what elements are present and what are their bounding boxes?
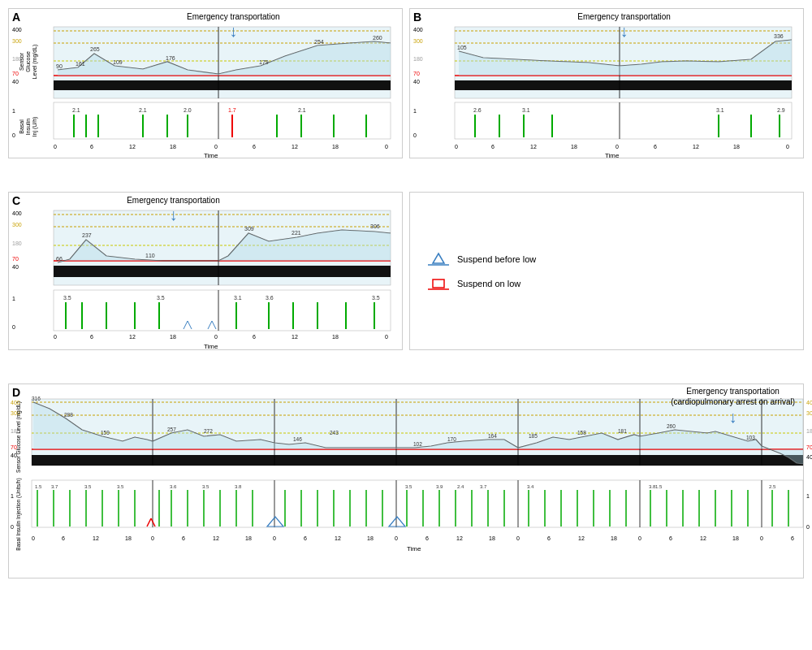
svg-text:159: 159 [101,430,110,436]
svg-text:2.4: 2.4 [457,484,464,489]
svg-text:0: 0 [615,144,619,150]
svg-text:Basal: Basal [19,119,24,134]
svg-text:1.5: 1.5 [35,484,42,489]
panel-a-arrow: ↓ [187,23,280,39]
svg-text:18: 18 [489,535,495,541]
svg-text:Time: Time [204,343,218,350]
svg-text:3.6: 3.6 [266,295,274,301]
panel-b: B Emergency transportation ↓ 400 300 180… [409,8,804,158]
svg-text:18: 18 [245,535,252,541]
svg-text:180: 180 [806,428,812,434]
svg-text:6: 6 [90,144,93,150]
svg-text:146: 146 [293,436,302,442]
svg-text:6: 6 [791,535,794,541]
svg-text:0: 0 [516,535,520,541]
svg-text:1.7: 1.7 [228,107,236,113]
svg-text:1: 1 [12,296,15,301]
svg-text:0: 0 [395,535,398,541]
svg-text:102: 102 [413,441,422,447]
svg-text:0: 0 [32,535,35,541]
svg-text:3.7: 3.7 [480,484,487,489]
svg-text:109: 109 [113,59,123,65]
svg-text:Sensor Glucose Level (mg/dL): Sensor Glucose Level (mg/dL) [15,401,22,473]
svg-text:300: 300 [413,38,423,44]
svg-text:3.5: 3.5 [117,484,124,489]
svg-text:300: 300 [12,222,22,228]
svg-text:400: 400 [806,400,812,405]
svg-text:Inj (U/h): Inj (U/h) [32,117,38,137]
svg-text:Time: Time [204,152,218,159]
svg-text:90: 90 [56,63,63,69]
svg-text:316: 316 [32,396,41,401]
svg-text:18: 18 [611,535,617,541]
svg-text:70: 70 [413,71,420,76]
svg-text:0: 0 [273,535,276,541]
svg-text:400: 400 [12,210,22,216]
svg-text:0: 0 [11,524,14,530]
panel-c-arrow: ↓ [127,206,220,223]
svg-text:6: 6 [62,535,65,541]
svg-text:0: 0 [806,524,810,530]
svg-text:0: 0 [760,535,763,541]
svg-text:0: 0 [214,334,218,340]
suspend-on-low-label: Suspend on low [457,279,520,288]
svg-text:2.1: 2.1 [298,107,306,113]
svg-rect-191 [32,480,803,527]
svg-text:2.6: 2.6 [473,107,482,113]
panel-c: C Emergency transportation ↓ 400 300 180… [8,192,403,350]
svg-text:40: 40 [12,264,19,270]
svg-rect-152 [433,280,444,288]
svg-text:3.1: 3.1 [522,107,530,113]
svg-text:1: 1 [806,493,810,499]
svg-text:3.5: 3.5 [372,295,380,301]
svg-text:158: 158 [577,430,586,436]
svg-text:70: 70 [12,256,19,262]
svg-text:237: 237 [82,232,92,238]
svg-text:3.7: 3.7 [51,484,58,489]
svg-text:6: 6 [654,144,657,150]
svg-text:243: 243 [330,430,339,436]
svg-text:18: 18 [732,535,739,541]
panel-d-emergency-label: Emergency transportation(cardiopulmonary… [671,386,795,425]
panel-b-emergency-label: Emergency transportation ↓ [577,12,671,39]
svg-text:0: 0 [786,144,789,150]
svg-text:176: 176 [166,55,175,61]
svg-text:12: 12 [292,334,298,340]
svg-text:0: 0 [151,535,154,541]
svg-text:221: 221 [292,230,301,236]
svg-text:Basal Insulin Injection (Units: Basal Insulin Injection (Units/h) [15,478,22,550]
panel-b-arrow: ↓ [577,23,671,39]
svg-text:180: 180 [12,240,22,246]
svg-text:12: 12 [213,535,219,541]
bottom-row: D Emergency transportation(cardiopulmona… [8,384,804,578]
svg-text:1: 1 [413,108,417,114]
svg-text:3.5: 3.5 [157,295,165,301]
svg-text:300: 300 [806,410,812,416]
svg-text:2.5: 2.5 [769,484,776,489]
svg-text:1: 1 [11,493,14,499]
svg-text:66: 66 [56,256,63,262]
svg-text:180: 180 [413,56,423,62]
panel-c-emergency-label: Emergency transportation ↓ [127,196,220,223]
svg-rect-168 [32,455,803,466]
svg-text:300: 300 [12,38,22,44]
svg-text:400: 400 [12,27,22,32]
svg-text:3.4: 3.4 [527,484,534,489]
svg-text:70: 70 [12,71,19,76]
svg-text:40: 40 [12,79,19,84]
svg-text:Insulin: Insulin [25,119,31,135]
svg-text:6: 6 [182,535,185,541]
svg-text:105: 105 [457,45,467,50]
svg-text:18: 18 [125,535,132,541]
svg-text:Sensor: Sensor [19,52,24,71]
svg-text:1: 1 [12,108,15,114]
svg-text:6: 6 [253,144,256,150]
svg-text:Level (mg/dL): Level (mg/dL) [32,45,38,80]
svg-text:336: 336 [774,33,784,39]
svg-text:12: 12 [93,535,99,541]
legend-item-suspend-before-low: Suspend before low [426,252,536,266]
svg-text:70: 70 [806,444,812,450]
svg-text:40: 40 [806,454,812,460]
svg-text:3.1: 3.1 [234,295,242,301]
svg-text:306: 306 [370,223,380,229]
